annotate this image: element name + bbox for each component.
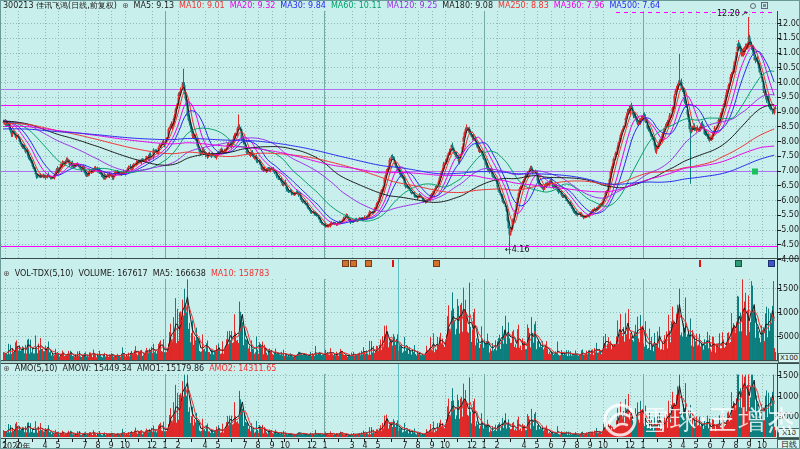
time-axis-month-label: 7 [242, 441, 247, 449]
time-axis-month-label: 3 [349, 441, 354, 449]
time-axis-month-label: 9 [746, 441, 751, 449]
time-axis-month-label: 9 [429, 441, 434, 449]
high-price-text: 12.20 [717, 9, 740, 18]
ma-value: MA250: 8.83 [498, 1, 549, 10]
time-axis-month-label: 1 [162, 441, 167, 449]
ma-value: MA10: 9.01 [179, 1, 225, 10]
event-marker[interactable] [433, 260, 440, 267]
chart-canvas[interactable] [1, 1, 800, 449]
mark-overlay-icon[interactable] [750, 3, 756, 9]
time-axis-month-label: 10 [598, 441, 608, 449]
expand-volume-icon[interactable]: ⊕ [3, 269, 10, 278]
ma-value: MA360: 7.96 [554, 1, 605, 10]
time-axis-month-label: 6 [707, 441, 712, 449]
time-axis-month-label: 12 [625, 441, 635, 449]
time-axis-month-label: 7 [561, 441, 566, 449]
time-axis-month-label: 5 [693, 441, 698, 449]
volume-scale-multiplier: X100 [778, 353, 800, 363]
price-axis-label: 5.00 [778, 225, 799, 234]
expand-amount-icon[interactable]: ⊕ [3, 364, 10, 373]
event-marker[interactable] [365, 260, 372, 267]
event-marker[interactable] [735, 260, 742, 267]
time-axis-month-label: 12 [467, 441, 477, 449]
expand-indicator-icon[interactable]: ⊕ [122, 1, 129, 10]
volume-indicator-value: MA5: 166638 [153, 269, 206, 278]
price-axis-label: 6.00 [778, 196, 799, 205]
volume-indicator-header: ⊕VOL-TDX(5,10)VOLUME: 167617MA5: 166638M… [3, 269, 279, 279]
amount-axis-label: 5000 [778, 412, 799, 421]
stock-title: 300213 佳讯飞鸿(日线,前复权) [3, 1, 117, 10]
pane-maximize-glyph [763, 4, 766, 7]
time-axis-month-label: 10 [757, 441, 767, 449]
amount-indicator-value: AMO(5,10) [15, 364, 58, 373]
time-axis-month-label: 1 [322, 441, 327, 449]
time-axis-month-label: 7 [720, 441, 725, 449]
time-axis-month-label: 9 [269, 441, 274, 449]
volume-axis-label: 15000 [778, 284, 799, 293]
ma-value: MA20: 9.32 [230, 1, 276, 10]
price-axis-label: 7.00 [778, 166, 799, 175]
price-axis-label: 10.50 [778, 63, 799, 72]
price-axis-label: 7.50 [778, 151, 799, 160]
time-axis-month-label: 5 [534, 441, 539, 449]
volume-values: VOL-TDX(5,10)VOLUME: 167617MA5: 166638MA… [15, 269, 275, 278]
amount-indicator-value: AMO1: 15179.86 [137, 364, 204, 373]
amount-values: AMO(5,10)AMOW: 15449.34AMO1: 15179.86AMO… [15, 364, 282, 373]
price-axis-label: 12.00 [778, 19, 799, 28]
time-axis-month-label: 4 [202, 441, 207, 449]
event-marker[interactable] [342, 260, 349, 267]
time-axis-month-label: 1 [640, 441, 645, 449]
time-axis-month-label: 9 [108, 441, 113, 449]
time-axis-month-label: 8 [95, 441, 100, 449]
price-axis-label: 8.00 [778, 137, 799, 146]
time-axis-month-label: 5 [375, 441, 380, 449]
price-axis-label: 11.50 [778, 33, 799, 42]
time-axis-month-label: 10 [440, 441, 450, 449]
price-axis-label: 9.00 [778, 107, 799, 116]
time-axis-month-label: 7 [402, 441, 407, 449]
time-axis-month-label: 4 [362, 441, 367, 449]
period-selector[interactable]: 日线 [777, 439, 800, 449]
indicator-header: 300213 佳讯飞鸿(日线,前复权)⊕MA5: 9.13MA10: 9.01M… [3, 1, 670, 11]
time-axis-month-label: 8 [733, 441, 738, 449]
event-marker[interactable] [768, 260, 775, 267]
time-axis-month-label: 12 [147, 441, 157, 449]
price-axis-label: 8.50 [778, 122, 799, 131]
ma-value: MA60: 10.11 [331, 1, 382, 10]
event-marker[interactable] [350, 260, 357, 267]
amount-axis-label: 15000 [778, 371, 799, 380]
time-axis-month-label: 8 [574, 441, 579, 449]
amount-indicator-value: AMOW: 15449.34 [62, 364, 132, 373]
price-axis-label: 4.00 [778, 255, 799, 264]
time-axis-month-label: 8 [415, 441, 420, 449]
time-axis-month-label: 8 [255, 441, 260, 449]
time-axis-month-label: 6 [548, 441, 553, 449]
time-axis-month-label: 10 [120, 441, 130, 449]
volume-indicator-value: VOLUME: 167617 [78, 269, 147, 278]
ma-value: MA30: 9.84 [280, 1, 326, 10]
price-axis-label: 10.00 [778, 78, 799, 87]
time-axis-month-label: 2 [175, 441, 180, 449]
volume-indicator-value: VOL-TDX(5,10) [15, 269, 74, 278]
price-axis-label: 9.50 [778, 92, 799, 101]
ma-value: MA120: 9.25 [387, 1, 438, 10]
amount-indicator-value: AMO2: 14311.65 [209, 364, 276, 373]
ma-values: MA5: 9.13MA10: 9.01MA20: 9.32MA30: 9.84M… [134, 1, 666, 10]
event-marker[interactable] [699, 260, 701, 267]
amount-axis-label: 10000 [778, 392, 799, 401]
amount-scale-multiplier: X10 [778, 428, 800, 438]
time-axis-month-label: 4 [42, 441, 47, 449]
event-marker[interactable] [392, 260, 394, 267]
pane-maximize-icon[interactable] [761, 2, 768, 9]
time-axis-month-label: 5 [55, 441, 60, 449]
amount-indicator-header: ⊕AMO(5,10)AMOW: 15449.34AMO1: 15179.86AM… [3, 364, 286, 374]
time-axis-month-label: 10 [280, 441, 290, 449]
time-axis-month-label: 12 [307, 441, 317, 449]
time-axis-month-label: 4 [680, 441, 685, 449]
ma-value: MA180: 9.08 [442, 1, 493, 10]
time-axis-month-label: 5 [215, 441, 220, 449]
price-axis-label: 6.50 [778, 181, 799, 190]
price-axis-label: 5.50 [778, 210, 799, 219]
time-axis-month-label: 7 [82, 441, 87, 449]
time-axis-month-label: 2 [494, 441, 499, 449]
